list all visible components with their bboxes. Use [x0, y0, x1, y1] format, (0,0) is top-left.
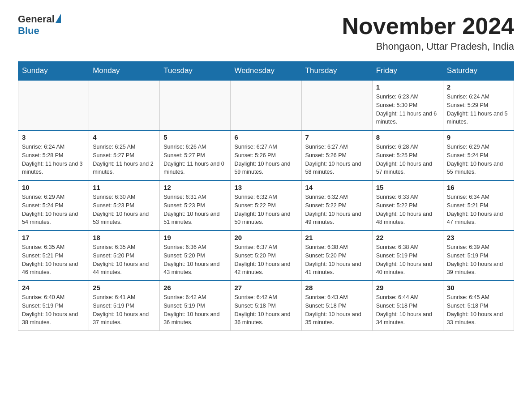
logo-triangle-icon [56, 14, 61, 23]
day-number: 11 [93, 184, 156, 191]
calendar-cell: 12Sunrise: 6:31 AMSunset: 5:23 PMDayligh… [160, 180, 231, 231]
calendar-cell: 5Sunrise: 6:26 AMSunset: 5:27 PMDaylight… [160, 130, 231, 180]
day-number: 13 [234, 184, 297, 191]
day-number: 17 [22, 234, 85, 241]
day-info: Sunrise: 6:33 AMSunset: 5:22 PMDaylight:… [376, 193, 439, 227]
day-number: 6 [234, 133, 297, 141]
day-number: 15 [376, 184, 439, 191]
week-row-2: 3Sunrise: 6:24 AMSunset: 5:28 PMDaylight… [18, 130, 514, 180]
calendar-cell: 23Sunrise: 6:39 AMSunset: 5:19 PMDayligh… [443, 231, 514, 281]
calendar-cell: 11Sunrise: 6:30 AMSunset: 5:23 PMDayligh… [89, 180, 160, 231]
calendar-cell: 1Sunrise: 6:23 AMSunset: 5:30 PMDaylight… [372, 80, 443, 130]
calendar-cell: 3Sunrise: 6:24 AMSunset: 5:28 PMDaylight… [18, 130, 89, 180]
calendar-cell: 22Sunrise: 6:38 AMSunset: 5:19 PMDayligh… [372, 231, 443, 281]
calendar-cell: 15Sunrise: 6:33 AMSunset: 5:22 PMDayligh… [372, 180, 443, 231]
day-info: Sunrise: 6:30 AMSunset: 5:23 PMDaylight:… [93, 193, 156, 227]
day-number: 23 [447, 234, 510, 241]
day-number: 19 [163, 234, 227, 241]
day-info: Sunrise: 6:31 AMSunset: 5:23 PMDaylight:… [163, 193, 227, 227]
day-number: 27 [234, 284, 297, 291]
weekday-header-thursday: Thursday [301, 62, 372, 81]
calendar-cell: 7Sunrise: 6:27 AMSunset: 5:26 PMDaylight… [301, 130, 372, 180]
day-number: 2 [447, 83, 510, 91]
calendar-cell [89, 80, 160, 130]
day-number: 20 [234, 234, 297, 241]
day-number: 21 [305, 234, 369, 241]
day-info: Sunrise: 6:26 AMSunset: 5:27 PMDaylight:… [163, 143, 227, 176]
page-header: General Blue November 2024 Bhongaon, Utt… [18, 13, 514, 52]
day-info: Sunrise: 6:42 AMSunset: 5:18 PMDaylight:… [234, 293, 297, 327]
logo: General Blue [18, 13, 61, 37]
day-info: Sunrise: 6:29 AMSunset: 5:24 PMDaylight:… [22, 193, 85, 227]
calendar-cell: 21Sunrise: 6:38 AMSunset: 5:20 PMDayligh… [301, 231, 372, 281]
calendar-cell: 4Sunrise: 6:25 AMSunset: 5:27 PMDaylight… [89, 130, 160, 180]
calendar-cell: 6Sunrise: 6:27 AMSunset: 5:26 PMDaylight… [231, 130, 301, 180]
calendar-header-row: SundayMondayTuesdayWednesdayThursdayFrid… [18, 62, 514, 81]
calendar-cell: 8Sunrise: 6:28 AMSunset: 5:25 PMDaylight… [372, 130, 443, 180]
day-info: Sunrise: 6:40 AMSunset: 5:19 PMDaylight:… [22, 293, 85, 327]
calendar-cell [301, 80, 372, 130]
weekday-header-tuesday: Tuesday [160, 62, 231, 81]
month-title: November 2024 [342, 13, 514, 39]
day-number: 18 [93, 234, 156, 241]
logo-blue-text: Blue [18, 25, 39, 37]
day-number: 24 [22, 284, 85, 291]
day-number: 30 [447, 284, 510, 291]
day-number: 9 [447, 133, 510, 141]
calendar-cell: 2Sunrise: 6:24 AMSunset: 5:29 PMDaylight… [443, 80, 514, 130]
calendar-cell: 16Sunrise: 6:34 AMSunset: 5:21 PMDayligh… [443, 180, 514, 231]
day-info: Sunrise: 6:45 AMSunset: 5:18 PMDaylight:… [447, 293, 510, 327]
day-info: Sunrise: 6:24 AMSunset: 5:28 PMDaylight:… [22, 143, 85, 176]
title-section: November 2024 Bhongaon, Uttar Pradesh, I… [342, 13, 514, 52]
day-number: 26 [163, 284, 227, 291]
day-info: Sunrise: 6:42 AMSunset: 5:19 PMDaylight:… [163, 293, 227, 327]
day-number: 29 [376, 284, 439, 291]
day-info: Sunrise: 6:38 AMSunset: 5:20 PMDaylight:… [305, 243, 369, 277]
calendar-cell: 26Sunrise: 6:42 AMSunset: 5:19 PMDayligh… [160, 281, 231, 331]
day-info: Sunrise: 6:35 AMSunset: 5:21 PMDaylight:… [22, 243, 85, 277]
day-number: 7 [305, 133, 369, 141]
day-info: Sunrise: 6:29 AMSunset: 5:24 PMDaylight:… [447, 143, 510, 176]
day-info: Sunrise: 6:28 AMSunset: 5:25 PMDaylight:… [376, 143, 439, 176]
calendar-cell: 20Sunrise: 6:37 AMSunset: 5:20 PMDayligh… [231, 231, 301, 281]
calendar-cell: 30Sunrise: 6:45 AMSunset: 5:18 PMDayligh… [443, 281, 514, 331]
day-info: Sunrise: 6:27 AMSunset: 5:26 PMDaylight:… [305, 143, 369, 176]
day-number: 3 [22, 133, 85, 141]
calendar-cell: 17Sunrise: 6:35 AMSunset: 5:21 PMDayligh… [18, 231, 89, 281]
day-info: Sunrise: 6:32 AMSunset: 5:22 PMDaylight:… [305, 193, 369, 227]
calendar-cell [160, 80, 231, 130]
day-info: Sunrise: 6:35 AMSunset: 5:20 PMDaylight:… [93, 243, 156, 277]
calendar-cell [231, 80, 301, 130]
calendar-cell: 14Sunrise: 6:32 AMSunset: 5:22 PMDayligh… [301, 180, 372, 231]
calendar-cell: 13Sunrise: 6:32 AMSunset: 5:22 PMDayligh… [231, 180, 301, 231]
week-row-3: 10Sunrise: 6:29 AMSunset: 5:24 PMDayligh… [18, 180, 514, 231]
day-info: Sunrise: 6:44 AMSunset: 5:18 PMDaylight:… [376, 293, 439, 327]
day-info: Sunrise: 6:34 AMSunset: 5:21 PMDaylight:… [447, 193, 510, 227]
week-row-5: 24Sunrise: 6:40 AMSunset: 5:19 PMDayligh… [18, 281, 514, 331]
calendar-cell: 10Sunrise: 6:29 AMSunset: 5:24 PMDayligh… [18, 180, 89, 231]
day-number: 4 [93, 133, 156, 141]
calendar-cell: 24Sunrise: 6:40 AMSunset: 5:19 PMDayligh… [18, 281, 89, 331]
day-info: Sunrise: 6:24 AMSunset: 5:29 PMDaylight:… [447, 93, 510, 126]
logo-general-text: General [18, 13, 55, 25]
weekday-header-wednesday: Wednesday [231, 62, 301, 81]
day-number: 28 [305, 284, 369, 291]
day-info: Sunrise: 6:23 AMSunset: 5:30 PMDaylight:… [376, 93, 439, 126]
weekday-header-saturday: Saturday [443, 62, 514, 81]
calendar-cell [18, 80, 89, 130]
day-number: 12 [163, 184, 227, 191]
day-number: 8 [376, 133, 439, 141]
calendar-cell: 28Sunrise: 6:43 AMSunset: 5:18 PMDayligh… [301, 281, 372, 331]
day-info: Sunrise: 6:37 AMSunset: 5:20 PMDaylight:… [234, 243, 297, 277]
day-info: Sunrise: 6:27 AMSunset: 5:26 PMDaylight:… [234, 143, 297, 176]
day-info: Sunrise: 6:41 AMSunset: 5:19 PMDaylight:… [93, 293, 156, 327]
week-row-1: 1Sunrise: 6:23 AMSunset: 5:30 PMDaylight… [18, 80, 514, 130]
weekday-header-monday: Monday [89, 62, 160, 81]
day-info: Sunrise: 6:38 AMSunset: 5:19 PMDaylight:… [376, 243, 439, 277]
calendar-cell: 9Sunrise: 6:29 AMSunset: 5:24 PMDaylight… [443, 130, 514, 180]
day-number: 22 [376, 234, 439, 241]
calendar-cell: 27Sunrise: 6:42 AMSunset: 5:18 PMDayligh… [231, 281, 301, 331]
calendar-cell: 18Sunrise: 6:35 AMSunset: 5:20 PMDayligh… [89, 231, 160, 281]
weekday-header-friday: Friday [372, 62, 443, 81]
day-number: 5 [163, 133, 227, 141]
